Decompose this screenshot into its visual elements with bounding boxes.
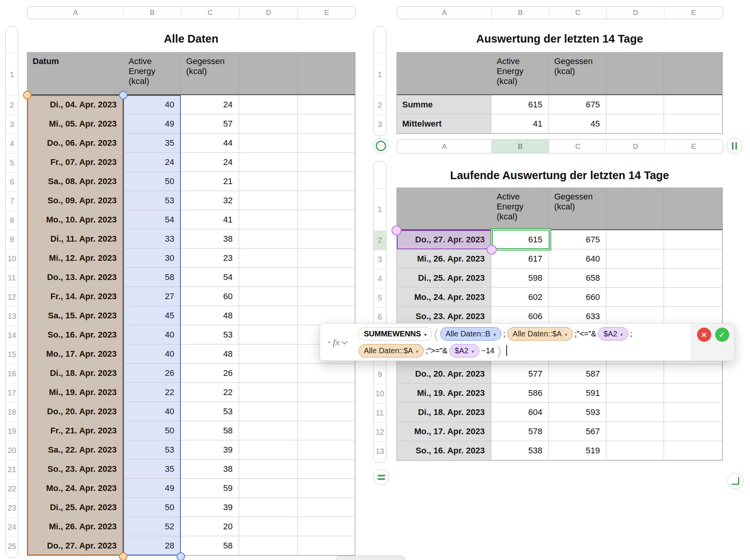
cell-datum[interactable]: Sa., 08. Apr. 2023 — [27, 172, 123, 191]
cell-active-energy[interactable]: 49 — [123, 479, 181, 498]
header-cell[interactable]: Active Energy (kcal) — [123, 53, 181, 95]
cell-active-energy[interactable]: 54 — [123, 210, 181, 229]
cell-gegessen[interactable]: 660 — [549, 288, 606, 307]
row-number[interactable]: 1 — [373, 188, 386, 231]
cell-empty[interactable] — [239, 191, 297, 210]
row-number[interactable]: 3 — [373, 115, 386, 134]
header-cell[interactable] — [606, 188, 664, 230]
cell-row-label[interactable]: Mittelwert — [397, 114, 491, 133]
cell-empty[interactable] — [297, 440, 355, 460]
row-number[interactable]: 4 — [373, 269, 386, 288]
cell-empty[interactable] — [297, 536, 355, 555]
cell-empty[interactable] — [606, 249, 664, 268]
row-number[interactable]: 22 — [6, 479, 18, 498]
cell-empty[interactable] — [239, 325, 297, 344]
cell-empty[interactable] — [606, 268, 664, 288]
header-cell[interactable] — [397, 188, 491, 230]
range-token-blue[interactable]: Alle Daten::B — [440, 327, 501, 341]
cell-empty[interactable] — [297, 460, 355, 479]
column-letter-C[interactable]: C — [549, 140, 607, 153]
cell-active-energy[interactable]: 615 — [491, 230, 549, 249]
formula-text[interactable]: ;"<="& — [574, 329, 597, 338]
cell-empty[interactable] — [297, 498, 355, 517]
cell-empty[interactable] — [239, 536, 297, 555]
row-number[interactable]: 3 — [6, 115, 18, 134]
cell-gegessen[interactable]: 53 — [181, 325, 239, 344]
add-row-handle[interactable] — [373, 469, 389, 485]
cell-gegessen[interactable]: 658 — [549, 268, 606, 288]
cell-gegessen[interactable]: 675 — [549, 230, 606, 249]
running-table-column-strip[interactable]: ABCDE — [397, 139, 723, 153]
add-column-handle[interactable] — [726, 138, 742, 154]
cell-empty[interactable] — [606, 422, 664, 441]
cell-gegessen[interactable]: 39 — [181, 440, 239, 460]
range-token-orange[interactable]: Alle Daten::$A — [358, 344, 424, 357]
cell-gegessen[interactable]: 58 — [181, 421, 239, 440]
cell-active-energy[interactable]: 49 — [123, 114, 181, 133]
cell-empty[interactable] — [297, 287, 355, 306]
cell-gegessen[interactable]: 38 — [181, 229, 239, 249]
formula-editor-left-controls[interactable]: fx — [320, 324, 355, 361]
formula-text[interactable]: ;">="& — [425, 346, 448, 355]
cell-empty[interactable] — [297, 402, 355, 421]
cell-gegessen[interactable]: 24 — [181, 95, 239, 114]
cell-empty[interactable] — [239, 421, 297, 440]
cell-empty[interactable] — [297, 421, 355, 440]
selection-handle-purple-bottom[interactable] — [487, 245, 497, 255]
cell-datum[interactable]: Fr., 21. Apr. 2023 — [27, 421, 123, 440]
add-row-column-handle[interactable] — [727, 473, 743, 489]
cell-datum[interactable]: Di., 18. Apr. 2023 — [397, 403, 491, 422]
column-letter-A[interactable]: A — [397, 140, 492, 153]
cell-datum[interactable]: Sa., 15. Apr. 2023 — [27, 306, 123, 325]
cell-datum[interactable]: Di., 04. Apr. 2023 — [27, 95, 123, 114]
cell-empty[interactable] — [239, 229, 297, 249]
cell-ref-token[interactable]: $A2 — [598, 327, 628, 341]
cell-gegessen[interactable]: 593 — [549, 403, 606, 422]
cell-active-energy[interactable]: 617 — [491, 249, 549, 268]
row-number[interactable]: 13 — [373, 441, 386, 461]
summary-table-column-strip[interactable]: ABCDE — [397, 6, 723, 19]
cell-gegessen[interactable]: 567 — [549, 422, 606, 441]
selection-handle-blue-bottom[interactable] — [177, 552, 185, 560]
formula-token-area[interactable]: SUMMEWENNS(Alle Daten::B;Alle Daten::$A;… — [355, 324, 691, 361]
cell-empty[interactable] — [239, 344, 297, 364]
cell-empty[interactable] — [239, 306, 297, 325]
cell-empty[interactable] — [606, 384, 664, 403]
cell-gegessen[interactable]: 22 — [181, 383, 239, 402]
cell-active-energy[interactable]: 50 — [123, 421, 181, 440]
cell-active-energy[interactable]: 27 — [123, 287, 181, 306]
cell-datum[interactable]: Do., 13. Apr. 2023 — [27, 268, 123, 287]
column-letter-D[interactable]: D — [607, 140, 664, 153]
cell-datum[interactable]: Di., 25. Apr. 2023 — [397, 268, 491, 288]
header-cell[interactable] — [664, 53, 722, 95]
cell-gegessen[interactable]: 41 — [181, 210, 239, 229]
header-cell[interactable] — [606, 53, 664, 95]
left-table-column-strip[interactable]: ABCDE — [27, 6, 356, 19]
cell-active-energy[interactable]: 50 — [123, 172, 181, 191]
row-number[interactable]: 15 — [6, 345, 18, 364]
header-cell[interactable] — [239, 53, 297, 95]
cell-datum[interactable]: So., 16. Apr. 2023 — [27, 325, 123, 344]
table-handle-icon[interactable] — [373, 138, 389, 154]
row-number[interactable]: 11 — [6, 268, 18, 287]
cell-gegessen[interactable]: 57 — [181, 114, 239, 133]
cell-empty[interactable] — [606, 441, 664, 460]
function-token[interactable]: SUMMEWENNS — [358, 327, 432, 341]
row-number[interactable]: 4 — [6, 134, 18, 153]
row-number[interactable]: 2 — [373, 96, 386, 115]
cell-datum[interactable]: So., 16. Apr. 2023 — [397, 441, 491, 460]
cell-empty[interactable] — [239, 440, 297, 460]
cell-datum[interactable]: Do., 20. Apr. 2023 — [397, 364, 491, 384]
column-letter-A[interactable]: A — [28, 7, 124, 19]
cell-empty[interactable] — [239, 402, 297, 421]
cell-empty[interactable] — [297, 153, 355, 172]
cell-active-energy[interactable]: 578 — [491, 422, 549, 441]
row-number[interactable]: 12 — [6, 287, 18, 306]
cell-active-energy[interactable]: 50 — [123, 498, 181, 517]
cell-datum[interactable]: Do., 27. Apr. 2023 — [397, 230, 491, 249]
row-number[interactable]: 9 — [6, 230, 18, 249]
cell-datum[interactable]: Do., 06. Apr. 2023 — [27, 133, 123, 153]
cell-empty[interactable] — [239, 172, 297, 191]
cell-empty[interactable] — [606, 403, 664, 422]
cell-gegessen[interactable]: 59 — [181, 479, 239, 498]
